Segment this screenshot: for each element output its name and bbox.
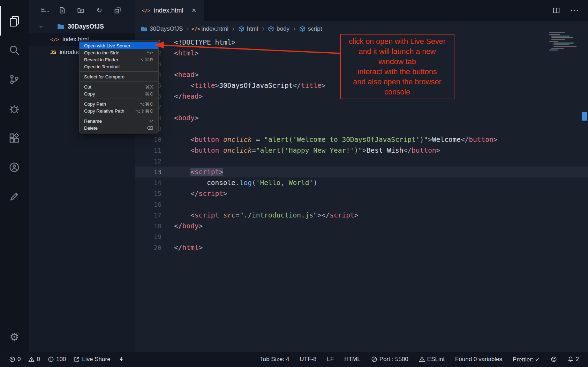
status-prettier[interactable]: Prettier: ✓ bbox=[513, 356, 540, 363]
chevron-right-icon bbox=[261, 26, 265, 31]
activity-pencil-button[interactable] bbox=[0, 182, 29, 211]
menu-item-copy[interactable]: Copy⌘C bbox=[80, 90, 158, 97]
code-token: </ bbox=[404, 146, 412, 154]
live-share-icon bbox=[9, 162, 20, 173]
new-file-icon[interactable] bbox=[59, 7, 66, 14]
breadcrumb-item-html[interactable]: html bbox=[238, 25, 258, 32]
menu-item-shortcut: ⌫ bbox=[147, 125, 153, 131]
activity-settings-gear-button[interactable]: ⚙ bbox=[0, 322, 29, 352]
status-problems-info[interactable]: 100 bbox=[48, 356, 66, 363]
status-problems-warnings[interactable]: 0 bbox=[28, 356, 40, 363]
menu-item-open-in-terminal[interactable]: Open in Terminal bbox=[80, 63, 158, 70]
code-line-text[interactable]: </html> bbox=[168, 242, 203, 253]
menu-item-delete[interactable]: Delete⌫ bbox=[80, 124, 158, 131]
code-token bbox=[174, 82, 190, 90]
new-folder-icon[interactable] bbox=[77, 7, 84, 14]
minimap-line bbox=[549, 41, 558, 42]
error-icon bbox=[9, 356, 15, 362]
minimap[interactable] bbox=[549, 31, 582, 52]
minimap-line bbox=[551, 37, 573, 38]
activity-live-share-button[interactable] bbox=[0, 153, 29, 182]
code-line-text[interactable]: <!DOCTYPE html> bbox=[168, 37, 235, 48]
status-eol[interactable]: LF bbox=[327, 356, 334, 363]
code-token: script bbox=[195, 168, 219, 176]
source-control-icon bbox=[9, 74, 20, 85]
menu-item-label: Open in Terminal bbox=[84, 64, 120, 69]
status-encoding[interactable]: UTF-8 bbox=[300, 356, 316, 363]
activity-extensions-button[interactable] bbox=[0, 123, 29, 153]
annotation-text-line: click on open with Live Sever bbox=[341, 37, 454, 47]
breadcrumb-item-30daysofjs[interactable]: 30DaysOfJS bbox=[141, 25, 183, 32]
status-port[interactable]: Port : 5500 bbox=[371, 356, 408, 363]
code-line-text[interactable]: <head> bbox=[168, 69, 198, 80]
code-token: button bbox=[195, 136, 219, 144]
code-token: " bbox=[313, 211, 317, 219]
menu-item-shortcut: ↩ bbox=[149, 118, 153, 124]
code-line-text[interactable]: </body> bbox=[168, 221, 203, 231]
code-line: 14 console.log('Hello, World') bbox=[135, 177, 588, 188]
status-tab-size[interactable]: Tab Size: 4 bbox=[260, 356, 289, 363]
breadcrumb-label: html bbox=[247, 25, 258, 32]
folder-icon bbox=[47, 23, 54, 30]
status-feedback[interactable] bbox=[551, 356, 557, 362]
menu-item-copy-relative-path[interactable]: Copy Relative Path⌥⇧⌘C bbox=[80, 107, 158, 114]
smiley-icon bbox=[551, 356, 557, 362]
status-live-share[interactable]: Live Share bbox=[74, 356, 110, 363]
status-eslint[interactable]: ESLint bbox=[419, 356, 445, 363]
code-token: head bbox=[178, 71, 195, 79]
code-line-text[interactable]: </head> bbox=[168, 91, 203, 102]
status-language-mode[interactable]: HTML bbox=[344, 356, 360, 363]
folder-label: 30DaysOfJS bbox=[68, 23, 104, 30]
status-problems-errors[interactable]: 0 bbox=[9, 356, 21, 363]
menu-item-select-for-compare[interactable]: Select for Compare bbox=[80, 73, 158, 80]
tree-folder-30daysofjs[interactable]: 30DaysOfJS bbox=[29, 20, 135, 33]
code-token: html bbox=[182, 244, 198, 252]
menu-item-cut[interactable]: Cut⌘X bbox=[80, 83, 158, 90]
code-line-text[interactable]: <title>30DaysOfJavaScript</title> bbox=[168, 80, 325, 91]
tab-index-html[interactable]: </>index.html× bbox=[135, 0, 204, 21]
status-text: Tab Size: 4 bbox=[260, 356, 289, 363]
menu-divider bbox=[80, 99, 158, 99]
status-bar: 00100Live Share Tab Size: 4UTF-8LFHTMLPo… bbox=[0, 352, 588, 367]
breadcrumb-item-index-html[interactable]: </>index.html bbox=[193, 25, 228, 32]
activity-debug-button[interactable] bbox=[0, 94, 29, 123]
refresh-icon[interactable]: ↻ bbox=[96, 7, 103, 14]
activity-files-button[interactable] bbox=[0, 6, 29, 36]
code-line-text[interactable]: <script src="./introduction.js"></script… bbox=[168, 210, 358, 221]
status-right: Tab Size: 4UTF-8LFHTMLPort : 5500ESLintF… bbox=[251, 356, 588, 363]
code-line-text[interactable]: console.log('Hello, World') bbox=[168, 177, 317, 188]
code-token: onclick bbox=[219, 136, 252, 144]
breadcrumb-item-script[interactable]: script bbox=[299, 25, 322, 32]
menu-item-shortcut: ⌘X bbox=[145, 84, 153, 90]
status-lightning[interactable] bbox=[118, 356, 125, 362]
menu-item-open-to-the-side[interactable]: Open to the Side^↩ bbox=[80, 49, 158, 56]
code-line-text[interactable]: <script> bbox=[168, 167, 223, 177]
minimap-line bbox=[549, 49, 558, 51]
menu-item-open-with-live-server[interactable]: Open with Live Server bbox=[80, 42, 158, 49]
menu-item-shortcut: ⌥⌘R bbox=[140, 57, 153, 62]
menu-item-copy-path[interactable]: Copy Path⌥⌘C bbox=[80, 100, 158, 107]
code-line-text[interactable]: <button onclick = "alert('Welcome to 30D… bbox=[168, 134, 498, 145]
status-variables[interactable]: Found 0 variables bbox=[455, 356, 502, 363]
code-line-text[interactable]: </script> bbox=[168, 188, 227, 199]
code-line-text[interactable]: <html> bbox=[168, 48, 198, 59]
code-line: 10 <button onclick = "alert('Welcome to … bbox=[135, 134, 588, 145]
activity-source-control-button[interactable] bbox=[0, 65, 29, 94]
activity-search-button[interactable] bbox=[0, 36, 29, 65]
collapse-all-icon[interactable] bbox=[114, 7, 121, 14]
code-line-text[interactable]: <body> bbox=[168, 113, 198, 123]
minimap-line bbox=[549, 32, 565, 33]
close-tab-icon[interactable]: × bbox=[192, 6, 196, 15]
status-text: LF bbox=[327, 356, 334, 363]
menu-divider bbox=[80, 82, 158, 82]
more-icon[interactable]: ⋯ bbox=[571, 7, 578, 14]
code-token: ></ bbox=[317, 211, 330, 219]
code-token: > bbox=[354, 211, 359, 219]
menu-item-rename[interactable]: Rename↩ bbox=[80, 117, 158, 124]
breadcrumb-item-body[interactable]: body bbox=[268, 25, 289, 32]
status-notifications[interactable]: 2 bbox=[567, 356, 579, 363]
split-editor-icon[interactable] bbox=[552, 7, 560, 14]
menu-item-reveal-in-finder[interactable]: Reveal in Finder⌥⌘R bbox=[80, 56, 158, 63]
html-icon: </> bbox=[50, 37, 59, 42]
code-line-text[interactable]: <button onclick="alert('Happy New Year!'… bbox=[168, 145, 440, 156]
